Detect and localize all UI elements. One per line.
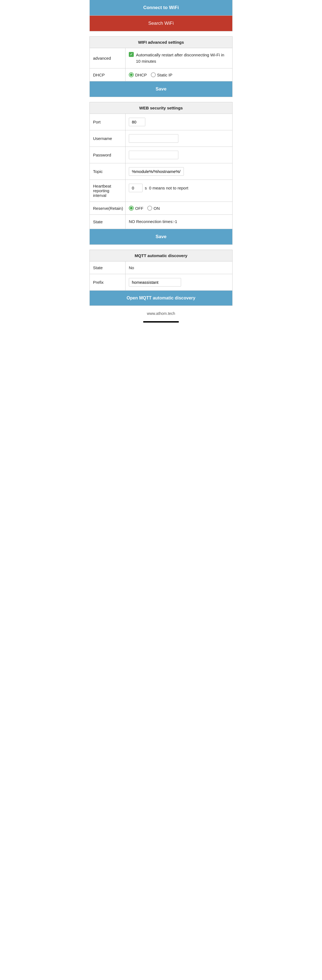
reserve-value: OFF ON <box>126 202 232 215</box>
save-web-security-button[interactable]: Save <box>90 229 232 245</box>
off-radio-circle <box>129 206 134 211</box>
dhcp-value: DHCP Static IP <box>126 68 232 81</box>
search-wifi-button[interactable]: Search WiFi <box>90 15 232 31</box>
table-row: DHCP DHCP Static IP <box>90 68 232 81</box>
state-text: NO Reconnection times:-1 <box>129 219 177 225</box>
reserve-label: Reserve(Retain) <box>90 202 126 215</box>
advanced-label: advanced <box>90 48 126 68</box>
table-row: State NO Reconnection times:-1 <box>90 215 232 229</box>
heartbeat-inner: s 0 means not to report <box>129 184 188 192</box>
save-wifi-button[interactable]: Save <box>90 81 232 97</box>
mqtt-state-text: No <box>129 265 134 270</box>
heartbeat-label: Heartbeat reporting interval <box>90 180 126 202</box>
mqtt-discovery-title: MQTT automatic discovery <box>90 250 232 261</box>
table-row: Heartbeat reporting interval s 0 means n… <box>90 180 232 202</box>
dhcp-label: DHCP <box>90 68 126 81</box>
dhcp-radio-group: DHCP Static IP <box>129 72 172 77</box>
static-ip-option-label: Static IP <box>157 73 172 77</box>
off-option-label: OFF <box>135 206 143 211</box>
dhcp-option[interactable]: DHCP <box>129 72 147 77</box>
topic-input[interactable] <box>129 167 184 176</box>
table-row: Prefix <box>90 274 232 291</box>
off-option[interactable]: OFF <box>129 206 143 211</box>
on-option[interactable]: ON <box>147 206 160 211</box>
on-option-label: ON <box>153 206 160 211</box>
connect-wifi-button[interactable]: Connect to WiFi <box>90 0 232 15</box>
state-label: State <box>90 215 126 229</box>
mqtt-state-label: State <box>90 261 126 274</box>
prefix-label: Prefix <box>90 274 126 290</box>
port-label: Port <box>90 114 126 130</box>
home-indicator <box>143 321 179 323</box>
topic-value <box>126 163 232 180</box>
mqtt-state-value: No <box>126 261 232 274</box>
table-row: advanced Automatically restart after dis… <box>90 48 232 68</box>
prefix-input[interactable] <box>129 278 181 286</box>
heartbeat-value: s 0 means not to report <box>126 180 232 202</box>
top-section: Connect to WiFi Search WiFi <box>89 0 233 31</box>
auto-restart-text: Automatically restart after disconnectin… <box>136 52 229 64</box>
reserve-radio-group: OFF ON <box>129 206 160 211</box>
table-row: State No <box>90 261 232 274</box>
state-value: NO Reconnection times:-1 <box>126 215 232 229</box>
topic-label: Topic <box>90 163 126 180</box>
password-input[interactable] <box>129 151 179 159</box>
static-ip-radio-circle <box>151 72 156 77</box>
mqtt-discovery-section: MQTT automatic discovery State No Prefix… <box>89 250 233 306</box>
username-value <box>126 130 232 146</box>
heartbeat-note: 0 means not to report <box>149 186 188 190</box>
open-mqtt-button[interactable]: Open MQTT automatic discovery <box>90 291 232 305</box>
on-radio-circle <box>147 206 152 211</box>
table-row: Username <box>90 130 232 147</box>
web-security-title: WEB security settings <box>90 102 232 114</box>
wifi-advanced-title: WIFI advanced settings <box>90 37 232 48</box>
auto-restart-checkbox[interactable] <box>129 52 134 57</box>
username-label: Username <box>90 130 126 146</box>
wifi-advanced-section: WIFI advanced settings advanced Automati… <box>89 36 233 97</box>
prefix-value <box>126 274 232 290</box>
dhcp-option-label: DHCP <box>135 73 147 77</box>
table-row: Reserve(Retain) OFF ON <box>90 202 232 215</box>
static-ip-option[interactable]: Static IP <box>151 72 172 77</box>
port-input[interactable] <box>129 118 145 126</box>
footer: www.athom.tech <box>89 306 233 318</box>
password-value <box>126 147 232 163</box>
port-value <box>126 114 232 130</box>
dhcp-radio-circle <box>129 72 134 77</box>
auto-restart-container: Automatically restart after disconnectin… <box>129 52 229 64</box>
advanced-value: Automatically restart after disconnectin… <box>126 48 232 68</box>
web-security-section: WEB security settings Port Username Pass… <box>89 102 233 245</box>
heartbeat-input[interactable] <box>129 184 143 192</box>
username-input[interactable] <box>129 134 179 143</box>
website-text: www.athom.tech <box>147 311 175 316</box>
heartbeat-unit: s <box>145 186 147 190</box>
table-row: Port <box>90 114 232 130</box>
table-row: Password <box>90 147 232 163</box>
table-row: Topic <box>90 163 232 180</box>
password-label: Password <box>90 147 126 163</box>
